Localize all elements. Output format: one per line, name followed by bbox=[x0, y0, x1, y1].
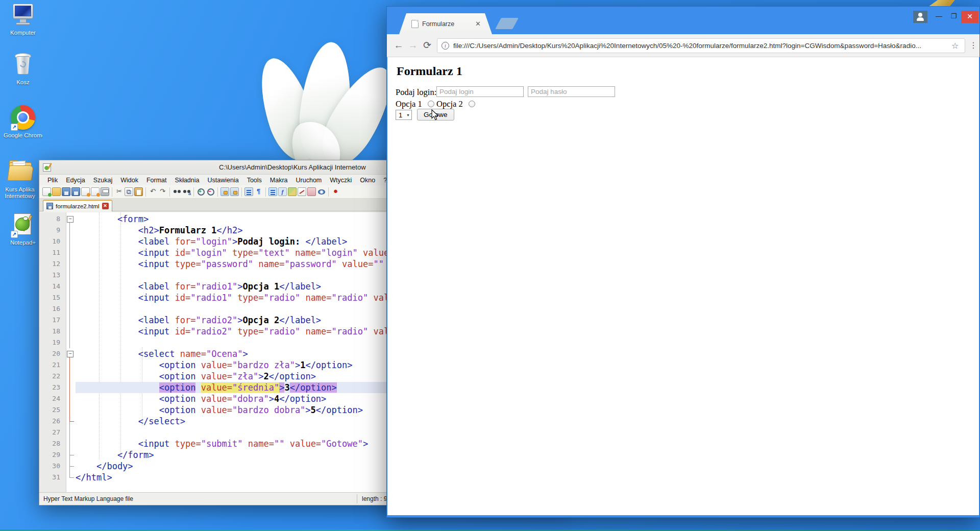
zoom-in-icon[interactable] bbox=[197, 187, 205, 196]
record-macro-icon[interactable]: ● bbox=[331, 187, 340, 196]
close-icon[interactable] bbox=[81, 187, 90, 196]
fold-marker bbox=[64, 303, 76, 315]
reload-icon[interactable]: ⟳ bbox=[420, 37, 435, 54]
workspace-icon[interactable] bbox=[307, 187, 316, 196]
menu-item-ustawienia[interactable]: Ustawienia bbox=[204, 176, 243, 185]
show-symbols-icon[interactable]: ¶ bbox=[254, 187, 263, 196]
back-icon[interactable]: ← bbox=[391, 37, 406, 54]
menu-item-makra[interactable]: Makra bbox=[266, 176, 292, 185]
indent-guide-icon[interactable] bbox=[268, 187, 277, 196]
redo-icon[interactable]: ↷ bbox=[158, 187, 167, 196]
fold-marker bbox=[64, 247, 76, 258]
line-number: 22 bbox=[40, 371, 64, 382]
desktop-icon-komputer[interactable]: Komputer bbox=[4, 3, 42, 36]
menu-item-tools[interactable]: Tools bbox=[243, 176, 266, 185]
folder-icon bbox=[7, 159, 33, 185]
fold-marker[interactable] bbox=[64, 348, 76, 359]
tab-close-icon[interactable]: ✕ bbox=[475, 20, 481, 28]
preview-icon[interactable] bbox=[317, 187, 326, 196]
line-number: 31 bbox=[40, 472, 64, 483]
fold-marker bbox=[64, 326, 76, 337]
line-number: 14 bbox=[40, 281, 64, 292]
desktop-icon-label: Google Chrome bbox=[4, 132, 42, 139]
replace-icon[interactable] bbox=[182, 187, 191, 196]
radio2-button[interactable] bbox=[469, 101, 475, 107]
notepad-window-title: C:\Users\Admin\Desktop\Kurs Aplikacji In… bbox=[219, 163, 366, 171]
desktop-icon-google-chrome[interactable]: ↗ Google Chrome bbox=[4, 105, 42, 139]
profile-icon[interactable] bbox=[913, 11, 927, 23]
desktop-icon-notepad[interactable]: ↗ Notepad+ bbox=[4, 212, 42, 246]
menu-item-okno[interactable]: Okno bbox=[356, 176, 379, 185]
close-button[interactable]: ✕ bbox=[961, 11, 978, 23]
browser-window: Formularze ✕ — ❐ ✕ ← → ⟳ ⌂ i file:///C:/… bbox=[386, 6, 980, 518]
fold-marker bbox=[64, 270, 76, 281]
address-bar[interactable]: i file:///C:/Users/Admin/Desktop/Kurs%20… bbox=[437, 38, 965, 53]
desktop-icon-kosz[interactable]: Kosz bbox=[4, 52, 42, 86]
cut-icon[interactable]: ✂ bbox=[115, 187, 124, 196]
menu-item-szukaj[interactable]: Szukaj bbox=[89, 176, 117, 185]
password-input[interactable] bbox=[528, 86, 615, 97]
fold-marker bbox=[64, 281, 76, 292]
notepad-plus-plus-icon: ↗ bbox=[10, 212, 36, 238]
edit-marker-icon[interactable] bbox=[298, 187, 306, 196]
line-number: 27 bbox=[40, 427, 64, 438]
paste-icon[interactable] bbox=[134, 187, 143, 196]
forward-icon[interactable]: → bbox=[405, 37, 421, 54]
radio1-button[interactable] bbox=[428, 101, 434, 107]
desktop-icon-label: Kosz bbox=[4, 79, 42, 86]
line-number: 9 bbox=[40, 225, 64, 236]
page-info-icon[interactable]: i bbox=[442, 42, 449, 50]
line-number: 12 bbox=[40, 258, 64, 270]
login-input[interactable] bbox=[436, 86, 524, 97]
sync-h-icon[interactable] bbox=[230, 187, 239, 196]
menu-item-plik[interactable]: Plik bbox=[43, 176, 62, 185]
close-all-icon[interactable] bbox=[91, 187, 100, 196]
sync-v-icon[interactable] bbox=[220, 187, 229, 196]
line-number: 24 bbox=[40, 393, 64, 404]
fold-marker bbox=[64, 315, 76, 326]
recycle-bin-icon bbox=[10, 52, 36, 78]
undo-icon[interactable]: ↶ bbox=[149, 187, 157, 196]
line-number: 10 bbox=[40, 236, 64, 247]
new-file-icon[interactable] bbox=[42, 187, 51, 196]
minimize-button[interactable]: — bbox=[932, 11, 946, 23]
fold-marker bbox=[64, 472, 76, 483]
fold-marker bbox=[64, 359, 76, 371]
find-icon[interactable] bbox=[173, 187, 181, 196]
fold-marker bbox=[64, 371, 76, 382]
ocena-select[interactable]: 1 ▼ bbox=[396, 110, 412, 120]
menu-item-wtyczki[interactable]: Wtyczki bbox=[326, 176, 356, 185]
desktop: Komputer Kosz ↗ Google Chrome Kurs Aplik… bbox=[0, 0, 980, 531]
save-icon[interactable] bbox=[62, 187, 70, 196]
fold-marker[interactable] bbox=[64, 213, 76, 225]
maximize-button[interactable]: ❐ bbox=[946, 11, 961, 23]
menu-item-format[interactable]: Format bbox=[142, 176, 171, 185]
menu-item-widok[interactable]: Widok bbox=[116, 176, 142, 185]
page-favicon bbox=[411, 20, 419, 28]
menu-item-edycja[interactable]: Edycja bbox=[62, 176, 89, 185]
computer-icon bbox=[10, 3, 36, 28]
open-icon[interactable] bbox=[52, 187, 61, 196]
toolbar-separator bbox=[169, 187, 170, 197]
print-icon[interactable] bbox=[101, 187, 109, 196]
function-list-icon[interactable]: ƒ bbox=[278, 187, 287, 196]
tab-close-icon[interactable]: ✕ bbox=[102, 203, 109, 209]
zoom-out-icon[interactable] bbox=[206, 187, 215, 196]
menu-item-składnia[interactable]: Składnia bbox=[171, 176, 204, 185]
url-text[interactable]: file:///C:/Users/Admin/Desktop/Kurs%20Ap… bbox=[453, 42, 947, 50]
document-map-icon[interactable] bbox=[288, 187, 297, 196]
saved-file-icon bbox=[46, 203, 53, 209]
word-wrap-icon[interactable] bbox=[244, 187, 253, 196]
browser-tab-formularze[interactable]: Formularze ✕ bbox=[399, 13, 492, 34]
browser-menu-icon[interactable]: ⋮ bbox=[969, 40, 977, 50]
toolbar-separator bbox=[241, 187, 242, 197]
save-all-icon[interactable] bbox=[71, 187, 80, 196]
new-tab-button[interactable] bbox=[495, 18, 519, 29]
desktop-icon-kurs-folder[interactable]: Kurs Aplika Internetowy bbox=[1, 159, 39, 200]
fold-marker bbox=[64, 225, 76, 236]
editor-tab-formularze2[interactable]: formularze2.html ✕ bbox=[43, 200, 112, 211]
bookmark-star-icon[interactable]: ☆ bbox=[951, 41, 961, 51]
copy-icon[interactable]: ⧉ bbox=[125, 187, 133, 196]
page-heading: Formularz 1 bbox=[397, 64, 462, 78]
menu-item-uruchom[interactable]: Uruchom bbox=[292, 176, 326, 185]
